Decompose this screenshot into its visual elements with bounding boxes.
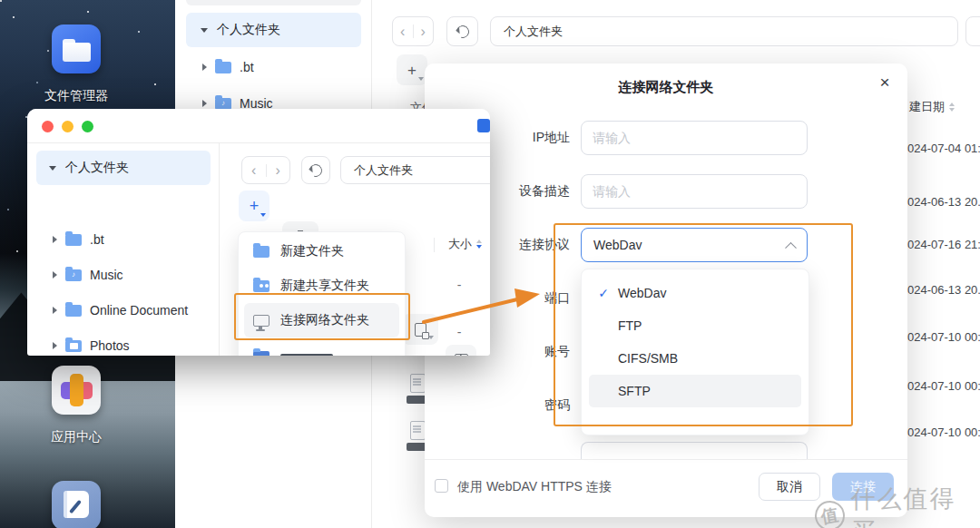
back-icon[interactable]: ‹	[393, 24, 413, 39]
fg-titlebar	[27, 109, 490, 143]
partial-input[interactable]	[581, 442, 808, 459]
photos-folder-icon	[65, 340, 82, 352]
fg-nav-group: ‹ ›	[241, 156, 290, 184]
ip-input[interactable]	[581, 121, 808, 155]
fg-sidebar-root-label: 个人文件夹	[65, 160, 129, 176]
fg-sidebar-item-music[interactable]: ♪ Music	[53, 266, 123, 284]
bg-column-date[interactable]: 建日期	[909, 99, 955, 115]
bg-nav-group: ‹ ›	[392, 16, 434, 46]
refresh-icon	[454, 23, 471, 40]
bg-address-bar[interactable]: 个人文件夹	[490, 16, 958, 46]
date-cell: 024-07-10 00:	[907, 425, 980, 439]
bg-sidebar-root-label: 个人文件夹	[217, 22, 280, 38]
back-icon[interactable]: ‹	[242, 163, 266, 178]
window-accent-chip	[477, 119, 490, 132]
fg-sidebar-item-bt[interactable]: .bt	[53, 230, 104, 249]
maximize-window-button[interactable]	[82, 121, 93, 132]
bg-sidebar-item-bt[interactable]: .bt	[202, 58, 254, 76]
app-center-icon[interactable]	[52, 366, 101, 415]
fg-sidebar-item-personal-folder[interactable]: 个人文件夹	[36, 151, 211, 185]
date-cell: 024-07-04 01:	[907, 142, 980, 155]
date-cell: 024-07-10 00:	[907, 330, 980, 344]
cancel-button[interactable]: 取消	[759, 473, 820, 501]
notes-app-icon[interactable]	[52, 481, 101, 528]
plus-icon: +	[407, 63, 416, 78]
dialog-footer-divider	[425, 459, 907, 460]
bg-refresh-button[interactable]	[446, 16, 478, 46]
fg-column-size[interactable]: 大小	[448, 236, 482, 252]
minimize-window-button[interactable]	[62, 121, 74, 132]
caret-down-icon	[260, 213, 266, 217]
forward-icon[interactable]: ›	[414, 24, 434, 39]
fg-sidebar: 个人文件夹 .bt ♪ Music Online Document Photos	[27, 143, 220, 356]
file-manager-label: 文件管理器	[13, 88, 140, 104]
https-checkbox-label: 使用 WebDAV HTTPS 连接	[457, 479, 612, 495]
close-icon[interactable]: ×	[873, 71, 897, 94]
folder-icon	[215, 62, 231, 73]
fg-sidebar-item-online-document[interactable]: Online Document	[53, 301, 188, 319]
menu-item-partial[interactable]	[239, 339, 405, 356]
menu-item-new-folder[interactable]: 新建文件夹	[239, 234, 405, 269]
fg-new-button[interactable]: +	[239, 191, 270, 221]
bg-partial-button[interactable]	[965, 16, 980, 46]
collapse-caret-icon[interactable]	[202, 100, 207, 107]
sort-icon[interactable]	[476, 240, 482, 249]
document-icon	[410, 374, 426, 393]
desktop: 文件管理器 应用中心 个人文件夹 .bt ♪ Music	[0, 0, 980, 528]
caret-down-icon	[418, 77, 424, 81]
bg-new-button[interactable]: +	[397, 54, 427, 85]
expand-caret-icon[interactable]	[201, 28, 208, 33]
date-cell: 024-07-10 00:5	[907, 379, 980, 393]
music-folder-icon: ♪	[65, 269, 82, 281]
bg-sidebar-item-personal-folder[interactable]: 个人文件夹	[186, 13, 361, 47]
collapse-caret-icon[interactable]	[202, 64, 207, 71]
bg-sidebar-partial-item	[186, 0, 361, 5]
fg-refresh-button[interactable]	[301, 156, 330, 184]
folder-icon	[65, 234, 82, 246]
annotation-box-protocol	[554, 223, 853, 426]
app-center-label: 应用中心	[13, 429, 140, 445]
fg-compare-button[interactable]	[446, 345, 476, 356]
folder-icon	[253, 351, 270, 357]
refresh-icon	[307, 161, 324, 179]
music-folder-icon: ♪	[215, 98, 231, 110]
date-cell: 024-06-13 20.	[907, 283, 980, 297]
folder-icon	[253, 246, 270, 258]
fg-address-bar[interactable]: 个人文件夹	[340, 156, 490, 184]
sort-icon[interactable]	[949, 103, 955, 112]
forward-icon[interactable]: ›	[267, 163, 290, 178]
shared-folder-icon	[253, 280, 270, 292]
wallpaper-stars	[0, 0, 2, 2]
watermark-badge: 值	[812, 498, 847, 528]
plus-icon: +	[250, 198, 260, 214]
caret-down-icon	[428, 336, 434, 339]
document-icon	[410, 421, 426, 440]
date-cell: 024-07-16 21:3	[907, 238, 980, 251]
duplicate-icon	[455, 354, 468, 357]
https-checkbox[interactable]	[435, 479, 448, 493]
device-desc-input[interactable]	[581, 174, 808, 209]
folder-icon	[65, 305, 82, 317]
expand-caret-icon[interactable]	[49, 166, 56, 171]
close-window-button[interactable]	[42, 121, 54, 132]
watermark: 值 什么值得买	[815, 483, 980, 528]
file-manager-icon[interactable]	[52, 24, 101, 73]
annotation-box-menu	[234, 293, 410, 340]
watermark-text: 什么值得买	[851, 483, 980, 528]
date-cell: 024-06-13 20.	[907, 195, 980, 209]
fg-sidebar-item-photos[interactable]: Photos	[53, 337, 130, 355]
dialog-title: 连接网络文件夹	[425, 79, 907, 96]
annotation-arrow	[413, 281, 549, 331]
